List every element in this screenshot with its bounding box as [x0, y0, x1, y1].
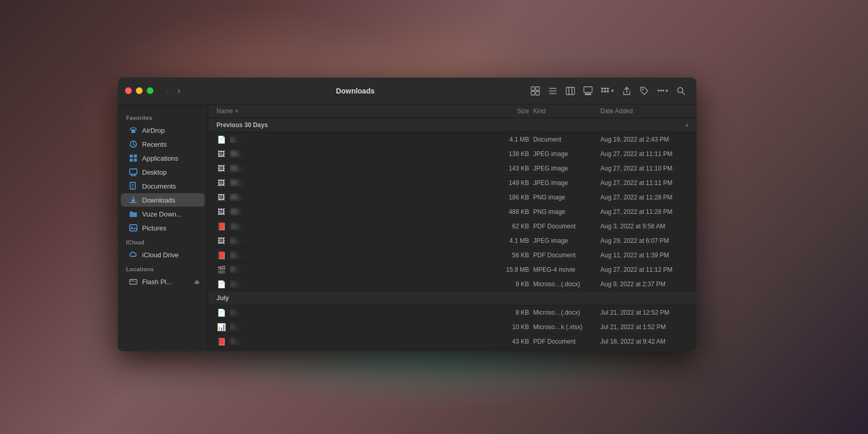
maximize-button[interactable]: [147, 87, 153, 94]
applications-icon: [129, 154, 137, 162]
sidebar-item-pictures[interactable]: Pictures: [121, 221, 205, 235]
sidebar-item-applications[interactable]: Applications: [121, 151, 205, 165]
back-button[interactable]: ‹: [163, 84, 172, 97]
recents-icon: [129, 140, 137, 148]
sidebar-label-vuze: Vuze Down...: [142, 210, 182, 218]
file-date: Aug 27, 2022 at 11:10 PM: [600, 165, 688, 172]
svg-rect-11: [585, 94, 587, 95]
sidebar-item-airdrop[interactable]: AirDrop: [121, 123, 205, 137]
file-kind: JPEG image: [533, 165, 600, 172]
favorites-header: Favorites: [118, 111, 208, 123]
table-row[interactable]: 📄 U... 9 KB Microso…(.docx) Aug 9, 2022 …: [208, 277, 696, 291]
file-icon-pdf: 📕: [216, 337, 226, 346]
icloud-header: iCloud: [118, 235, 208, 247]
col-header-name: Name ▾: [216, 107, 492, 115]
table-row[interactable]: 🖼 le... 4.1 MB JPEG image Aug 29, 2022 a…: [208, 234, 696, 248]
file-icon-excel: 📊: [216, 322, 226, 332]
file-date: Jul 21, 2022 at 1:52 PM: [600, 323, 688, 331]
sidebar-item-recents[interactable]: Recents: [121, 137, 205, 151]
sidebar-item-desktop[interactable]: Desktop: [121, 165, 205, 179]
col-header-size: Size: [492, 107, 533, 115]
table-row[interactable]: 📊 A... 13 KB Microso…k (.xlsx) Jul 18, 2…: [208, 349, 696, 351]
file-icon-word: 📄: [216, 308, 226, 317]
svg-rect-2: [531, 91, 535, 95]
svg-rect-28: [134, 159, 137, 162]
share-button[interactable]: [618, 84, 635, 98]
table-row[interactable]: 🖼 IM... 143 KB JPEG image Aug 27, 2022 a…: [208, 161, 696, 176]
sort-arrow: ▾: [235, 107, 238, 115]
column-view-icon: [566, 86, 575, 96]
file-kind: Microso…k (.xlsx): [533, 323, 600, 331]
file-kind: Microso…(.docx): [533, 309, 600, 316]
svg-rect-18: [605, 90, 607, 92]
file-name: R...: [230, 266, 240, 273]
file-size: 143 KB: [492, 165, 533, 172]
close-button[interactable]: [125, 87, 132, 94]
table-row[interactable]: 🎬 R... 15.9 MB MPEG-4 movie Aug 27, 2022…: [208, 262, 696, 277]
table-row[interactable]: 🖼 IM... 138 KB JPEG image Aug 27, 2022 a…: [208, 147, 696, 161]
file-name: IM...: [230, 150, 243, 158]
icon-view-icon: [531, 86, 540, 96]
downloads-icon: [129, 196, 137, 204]
file-size: 10 KB: [492, 323, 533, 331]
sidebar-item-downloads[interactable]: Downloads: [121, 193, 205, 207]
sidebar-item-vuze[interactable]: Vuze Down...: [121, 207, 205, 221]
sidebar-label-recents: Recents: [142, 141, 167, 148]
file-name: IM...: [230, 193, 243, 201]
group-button[interactable]: ▾: [597, 84, 617, 98]
table-row[interactable]: 🖼 IM... 149 KB JPEG image Aug 27, 2022 a…: [208, 176, 696, 190]
forward-button[interactable]: ›: [174, 84, 183, 97]
section-header-prev30[interactable]: Previous 30 Days ▾: [208, 118, 696, 132]
locations-header: Locations: [118, 262, 208, 274]
eject-icon[interactable]: ⏏: [194, 278, 199, 285]
airdrop-icon: [129, 126, 137, 134]
sidebar-item-icloud-drive[interactable]: iCloud Drive: [121, 248, 205, 261]
table-row[interactable]: 🖼 IM... 186 KB PNG image Aug 27, 2022 at…: [208, 190, 696, 205]
file-size: 15.9 MB: [492, 266, 533, 273]
table-row[interactable]: 📕 A... 43 KB PDF Document Jul 18, 2022 a…: [208, 334, 696, 349]
file-name: Ju...: [230, 222, 243, 230]
sidebar-item-documents[interactable]: Documents: [121, 179, 205, 193]
minimize-button[interactable]: [136, 87, 143, 94]
file-icon-jpeg: 🖼: [216, 149, 226, 159]
file-kind: MPEG-4 movie: [533, 266, 600, 273]
column-view-button[interactable]: [562, 84, 579, 98]
main-area: Favorites AirDrop Recents Applications: [118, 104, 696, 351]
file-date: Aug 27, 2022 at 11:28 PM: [600, 208, 688, 215]
svg-rect-15: [605, 87, 607, 89]
svg-point-37: [135, 282, 136, 283]
more-button[interactable]: ••• ▾: [654, 84, 672, 97]
tag-button[interactable]: [636, 84, 653, 98]
icon-view-button[interactable]: [527, 84, 544, 98]
gallery-view-button[interactable]: [580, 84, 596, 98]
file-icon-jpeg: 🖼: [216, 236, 226, 245]
table-row[interactable]: 📕 Q... 56 KB PDF Document Aug 11, 2022 a…: [208, 248, 696, 262]
svg-rect-26: [134, 154, 137, 158]
table-row[interactable]: 📄 #... 8 KB Microso…(.docx) Jul 21, 2022…: [208, 305, 696, 320]
table-row[interactable]: 📊 A... 10 KB Microso…k (.xlsx) Jul 21, 2…: [208, 320, 696, 334]
sidebar-label-documents: Documents: [142, 182, 176, 190]
file-name: #...: [230, 308, 239, 316]
file-size: 149 KB: [492, 179, 533, 187]
file-size: 138 KB: [492, 150, 533, 158]
file-icon-doc: 📄: [216, 135, 226, 144]
more-dropdown-arrow: ▾: [665, 88, 668, 94]
pictures-icon: [129, 224, 137, 232]
file-date: Aug 27, 2022 at 11:11 PM: [600, 179, 688, 187]
section-header-july[interactable]: July: [208, 291, 696, 305]
sidebar-item-flash[interactable]: Flash Pl... ⏏: [121, 275, 205, 288]
file-kind: PNG image: [533, 194, 600, 201]
table-row[interactable]: 📕 Ju... 62 KB PDF Document Aug 3, 2022 a…: [208, 219, 696, 234]
file-name: U...: [230, 280, 240, 288]
file-kind: Microso…(.docx): [533, 281, 600, 288]
svg-rect-29: [130, 169, 137, 174]
traffic-lights: [125, 87, 153, 94]
table-row[interactable]: 📄 g... 4.1 MB Document Aug 19, 2022 at 2…: [208, 132, 696, 147]
list-view-button[interactable]: [545, 84, 561, 98]
search-button[interactable]: [673, 84, 689, 98]
file-size: 56 KB: [492, 252, 533, 259]
desktop-icon: [129, 168, 137, 176]
table-row[interactable]: 🖼 IM... 488 KB PNG image Aug 27, 2022 at…: [208, 205, 696, 219]
sidebar-label-flash: Flash Pl...: [142, 278, 172, 286]
file-icon-png: 🖼: [216, 207, 226, 216]
